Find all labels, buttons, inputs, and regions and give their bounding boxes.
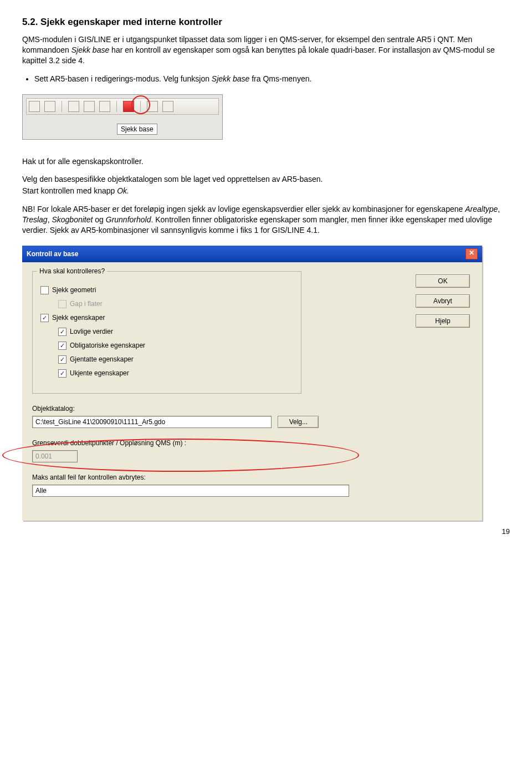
text: NB! For lokale AR5-baser er det foreløpi… <box>22 205 465 213</box>
checkbox-row: ✓ Obligatoriske egenskaper <box>58 342 293 350</box>
section-heading: 5.2. Sjekk egenskaper med interne kontro… <box>22 17 510 28</box>
checkbox-lovlige-verdier[interactable]: ✓ <box>58 328 66 336</box>
groupbox-title: Hva skal kontrolleres? <box>37 267 107 275</box>
toolbar-button <box>162 101 173 112</box>
text: , <box>498 205 500 213</box>
checkbox-label: Sjekk egenskaper <box>52 314 105 322</box>
text: Start kontrollen med knapp <box>22 186 117 195</box>
checkbox-row: ✓ Lovlige verdier <box>58 328 293 336</box>
objektkatalog-input[interactable]: C:\test_GisLine 41\20090910\1111_Ar5.gdo <box>32 416 272 428</box>
text-italic: Grunnforhold <box>106 215 151 224</box>
group-hva-skal-kontrolleres: Hva skal kontrolleres? Sjekk geometri Ga… <box>32 271 301 394</box>
text: Sett AR5-basen i redigerings-modus. Velg… <box>34 74 212 83</box>
page-number: 19 <box>22 527 510 536</box>
toolbar-button <box>68 101 79 112</box>
paragraph-2: Hak ut for alle egenskapskontroller. <box>22 156 510 167</box>
hjelp-button[interactable]: Hjelp <box>416 314 470 328</box>
text-italic: Treslag <box>22 215 48 224</box>
velg-button[interactable]: Velg... <box>278 416 319 428</box>
grenseverdi-label: Grenseverdi dobbeltpunkter / Oppløsning … <box>32 439 472 447</box>
text-italic: Ok. <box>117 186 129 195</box>
checkbox-row: ✓ Ukjente egenskaper <box>58 369 293 378</box>
checkbox-row: ✓ Gjentatte egenskaper <box>58 355 293 364</box>
checkbox-sjekk-egenskaper[interactable]: ✓ <box>40 314 49 322</box>
toolbar-button <box>44 101 55 112</box>
button-column: OK Avbryt Hjelp <box>416 274 470 328</box>
checkbox-ukjente[interactable]: ✓ <box>58 369 66 378</box>
toolbar-button <box>99 101 110 112</box>
text: fra Qms-menyen. <box>249 74 311 83</box>
paragraph-3: Velg den basespesifikke objektkatalogen … <box>22 174 510 185</box>
objektkatalog-label: Objektkatalog: <box>32 405 472 413</box>
text: og <box>93 215 105 224</box>
close-icon[interactable]: ✕ <box>466 248 478 259</box>
text-italic: Skogbonitet <box>52 215 93 224</box>
checkbox-label: Gap i flater <box>70 300 103 308</box>
dialog-kontroll-av-base: Kontroll av base ✕ OK Avbryt Hjelp Hva s… <box>22 246 482 521</box>
paragraph-4: Start kontrollen med knapp Ok. <box>22 186 510 196</box>
toolbar-button <box>29 101 40 112</box>
dialog-titlebar: Kontroll av base ✕ <box>22 246 482 262</box>
toolbar-separator <box>116 101 117 112</box>
paragraph-5: NB! For lokale AR5-baser er det foreløpi… <box>22 204 510 236</box>
toolbar-strip <box>26 98 219 115</box>
text-italic: Sjekk base <box>212 74 249 83</box>
toolbar-screenshot: Sjekk base <box>22 94 223 140</box>
maks-antall-feil-label: Maks antall feil før kontrollen avbrytes… <box>32 473 472 481</box>
list-item: Sett AR5-basen i redigerings-modus. Velg… <box>34 74 510 84</box>
red-circle-annotation <box>131 95 150 114</box>
toolbar-separator <box>62 101 62 112</box>
checkbox-obligatoriske[interactable]: ✓ <box>58 342 66 350</box>
checkbox-label: Lovlige verdier <box>70 328 113 335</box>
checkbox-gap-i-flater <box>58 300 66 308</box>
checkbox-row: Gap i flater <box>58 300 293 308</box>
text-italic: Arealtype <box>465 205 498 213</box>
checkbox-gjentatte[interactable]: ✓ <box>58 355 66 364</box>
ok-button[interactable]: OK <box>416 274 470 288</box>
dialog-title: Kontroll av base <box>27 250 78 258</box>
checkbox-label: Gjentatte egenskaper <box>70 355 134 363</box>
avbryt-button[interactable]: Avbryt <box>416 294 470 308</box>
checkbox-sjekk-geometri[interactable] <box>40 286 49 294</box>
paragraph-1: QMS-modulen i GIS/LINE er i utgangspunke… <box>22 34 510 66</box>
dialog-body: OK Avbryt Hjelp Hva skal kontrolleres? S… <box>22 262 482 521</box>
maks-antall-feil-input[interactable]: Alle <box>32 485 349 497</box>
toolbar-button <box>84 101 95 112</box>
checkbox-label: Ukjente egenskaper <box>70 369 129 377</box>
checkbox-row: ✓ Sjekk egenskaper <box>40 314 293 322</box>
text-italic: Sjekk base <box>71 45 109 54</box>
checkbox-label: Obligatoriske egenskaper <box>70 342 145 349</box>
bullet-list: Sett AR5-basen i redigerings-modus. Velg… <box>22 74 510 84</box>
checkbox-row: Sjekk geometri <box>40 286 293 294</box>
tooltip: Sjekk base <box>117 124 157 135</box>
grenseverdi-input: 0.001 <box>32 450 78 462</box>
checkbox-label: Sjekk geometri <box>52 286 96 294</box>
